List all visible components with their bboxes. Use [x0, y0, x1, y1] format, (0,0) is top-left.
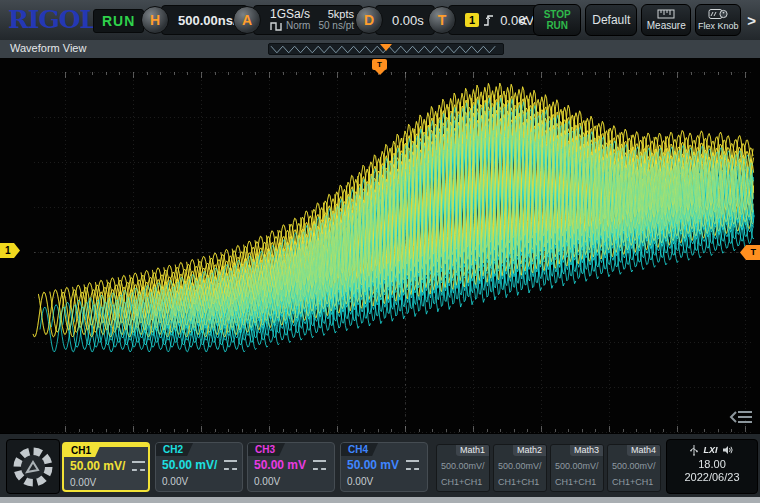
dc-coupling-icon	[313, 460, 326, 470]
ch3-scale: 50.00 mV	[254, 458, 306, 472]
timebase-value: 500.00ns/	[178, 13, 237, 28]
oscilloscope-screen: RIGOL RUN H 500.00ns/ A 1GSa/s Norm 5kpt…	[0, 0, 760, 503]
default-button[interactable]: Default	[585, 4, 637, 36]
channel-box-ch1[interactable]: CH1 50.00 mV/ 0.00V	[62, 442, 150, 492]
math4-expression: CH1+CH1	[612, 477, 653, 487]
square-wave-icon	[270, 22, 283, 31]
channel-box-ch4[interactable]: CH4 50.00 mV 0.00V	[340, 442, 428, 492]
ch4-offset: 0.00V	[347, 476, 373, 487]
ch1-tab: CH1	[64, 444, 101, 457]
stop-label: STOP	[544, 9, 571, 20]
sample-rate: 1GSa/s	[270, 8, 310, 20]
measure-label: Measure	[647, 20, 686, 31]
status-clock-box: LXI 18.00 2022/06/23	[666, 439, 758, 494]
math-box-math1[interactable]: Math1 500.00mV/ CH1+CH1	[436, 444, 490, 492]
math4-tab: Math4	[627, 445, 660, 456]
ch3-offset: 0.00V	[254, 476, 280, 487]
channel-box-ch3[interactable]: CH3 50.00 mV 0.00V	[247, 442, 335, 492]
speaker-icon	[723, 445, 734, 455]
default-label: Default	[592, 15, 630, 26]
top-status-bar: RIGOL RUN H 500.00ns/ A 1GSa/s Norm 5kpt…	[0, 0, 760, 41]
ch3-tab: CH3	[248, 443, 285, 456]
scroll-left-chevron[interactable]: <	[516, 12, 529, 29]
ruler-icon	[657, 9, 675, 19]
dc-coupling-icon	[406, 460, 419, 470]
math1-expression: CH1+CH1	[441, 477, 482, 487]
channel-box-ch2[interactable]: CH2 50.00 mV/ 0.00V	[155, 442, 243, 492]
math2-expression: CH1+CH1	[498, 477, 539, 487]
ch4-tab: CH4	[341, 443, 378, 456]
ch2-scale: 50.00 mV/	[162, 458, 217, 472]
math4-scale: 500.00mV/	[612, 461, 656, 471]
quick-buttons: < STOP RUN Default Measure	[516, 3, 758, 37]
horizontal-group[interactable]: H 500.00ns/	[141, 4, 248, 36]
ch2-tab: CH2	[156, 443, 193, 456]
usb-icon	[690, 445, 698, 456]
math2-tab: Math2	[513, 445, 546, 456]
trigger-badge[interactable]: T	[428, 6, 456, 34]
trigger-position-flag[interactable]: T	[372, 59, 387, 70]
delay-badge[interactable]: D	[355, 6, 383, 34]
rigol-logo: RIGOL	[8, 5, 96, 34]
sample-interval: 50 ns/pt	[318, 20, 354, 32]
dc-coupling-icon	[224, 460, 237, 470]
math3-scale: 500.00mV/	[555, 461, 599, 471]
lxi-badge: LXI	[703, 445, 717, 455]
delay-value: 0.00s	[392, 13, 424, 28]
ch1-offset: 0.00V	[70, 477, 96, 488]
ch2-offset: 0.00V	[162, 476, 188, 487]
clock-time: 18.00	[667, 458, 757, 470]
quick-settings-button[interactable]	[6, 439, 60, 494]
math2-scale: 500.00mV/	[498, 461, 542, 471]
view-tab-bar: Waveform View	[0, 40, 760, 59]
math1-tab: Math1	[456, 445, 489, 456]
graticule-and-traces[interactable]	[0, 58, 760, 433]
flex-knob-label: Flex Knob	[698, 21, 739, 32]
math1-scale: 500.00mV/	[441, 461, 485, 471]
bottom-bezel	[0, 497, 760, 503]
run-label: RUN	[546, 20, 568, 31]
math-box-math3[interactable]: Math3 500.00mV/ CH1+CH1	[550, 444, 604, 492]
flex-knob-button[interactable]: Flex Knob	[695, 4, 741, 36]
knob-icon	[708, 8, 728, 20]
acquire-mode: Norm	[286, 20, 310, 32]
waveform-view-tab[interactable]: Waveform View	[10, 42, 86, 54]
horizontal-badge[interactable]: H	[141, 6, 169, 34]
gear-icon	[11, 445, 55, 489]
ch4-scale: 50.00 mV	[347, 458, 399, 472]
math-box-math2[interactable]: Math2 500.00mV/ CH1+CH1	[493, 444, 547, 492]
delay-group[interactable]: D 0.00s	[355, 4, 435, 36]
bottom-channel-bar: CH1 50.00 mV/ 0.00V CH2 50.00 mV/ 0.00V …	[0, 433, 760, 498]
dc-coupling-icon	[132, 461, 145, 471]
acquire-group[interactable]: A 1GSa/s Norm 5kpts 50 ns/pt	[233, 4, 363, 36]
math-box-math4[interactable]: Math4 500.00mV/ CH1+CH1	[607, 444, 661, 492]
timebase-overview-strip[interactable]	[268, 43, 504, 55]
stop-run-button[interactable]: STOP RUN	[533, 4, 581, 36]
acquire-badge[interactable]: A	[233, 6, 261, 34]
waveform-display[interactable]: T 1 T	[0, 58, 760, 433]
measure-button[interactable]: Measure	[641, 4, 691, 36]
clock-date: 2022/06/23	[667, 470, 757, 484]
trigger-source-chip: 1	[465, 13, 479, 27]
scroll-right-chevron[interactable]: >	[745, 12, 758, 29]
math3-tab: Math3	[570, 445, 603, 456]
menu-collapse-icon[interactable]	[728, 409, 754, 425]
rising-edge-icon	[483, 13, 495, 27]
memory-depth: 5kpts	[318, 8, 354, 20]
ch1-scale: 50.00 mV/	[70, 459, 125, 473]
math3-expression: CH1+CH1	[555, 477, 596, 487]
run-status-badge[interactable]: RUN	[93, 9, 144, 33]
